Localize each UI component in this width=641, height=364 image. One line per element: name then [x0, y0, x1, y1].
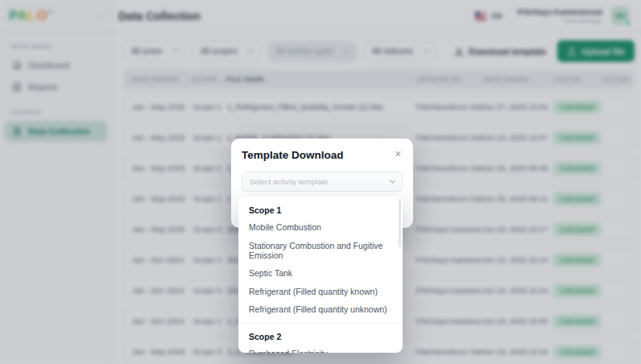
activity-template-select[interactable]: Select activity template — [242, 172, 403, 192]
template-option-refrigerant-filled-quantity-unknown[interactable]: Refrigerant (Filled quantity unknown) — [238, 300, 403, 319]
close-icon[interactable]: ✕ — [394, 149, 403, 159]
template-option-mobile-combustion[interactable]: Mobile Combustion — [238, 218, 403, 237]
template-group: Scope 1Mobile CombustionStationary Combu… — [238, 201, 403, 319]
chevron-down-icon — [390, 178, 395, 184]
template-dropdown-list: Scope 1Mobile CombustionStationary Combu… — [238, 196, 403, 353]
modal-title: Template Download — [242, 149, 344, 161]
template-group-header: Scope 1 — [238, 201, 403, 218]
template-option-septic-tank[interactable]: Septic Tank — [238, 264, 403, 283]
app-root: PALO IT ‹ MAIN MENUDashboardReportsSOURC… — [0, 0, 641, 364]
template-option-stationary-combustion-and-fugitive-emission[interactable]: Stationary Combustion and Fugitive Emiss… — [238, 237, 403, 265]
template-group: Scope 2Purchased Electricity — [238, 323, 403, 354]
select-placeholder: Select activity template — [250, 177, 328, 186]
dropdown-scrollbar[interactable] — [399, 199, 401, 247]
template-option-purchased-electricity[interactable]: Purchased Electricity — [238, 345, 403, 354]
template-option-refrigerant-filled-quantity-known[interactable]: Refrigerant (Filled quantity known) — [238, 283, 403, 301]
template-group-header: Scope 2 — [238, 327, 403, 345]
modal-header: Template Download ✕ — [242, 149, 403, 161]
